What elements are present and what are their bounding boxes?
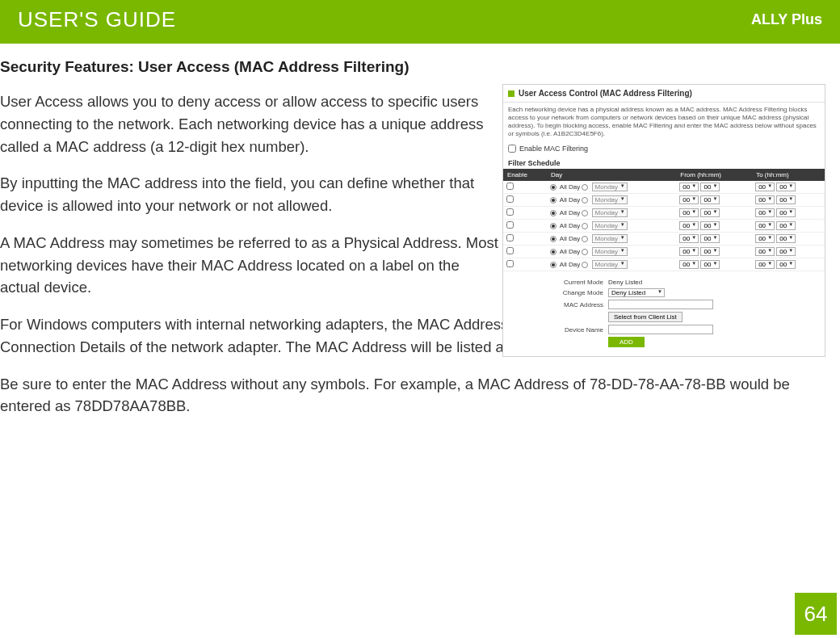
enable-mac-filtering-row: Enable MAC Filtering (503, 143, 825, 157)
select-from-client-list-button[interactable]: Select from Client List (608, 312, 682, 322)
to-mm-select[interactable]: 00 (776, 195, 796, 204)
col-to: To (hh:mm) (752, 169, 825, 181)
panel-marker-icon (508, 90, 514, 97)
weekday-select[interactable]: Monday (592, 260, 628, 269)
row-enable-checkbox[interactable] (506, 260, 514, 267)
from-mm-select[interactable]: 00 (700, 247, 720, 256)
device-name-label: Device Name (511, 326, 608, 334)
page-content: Security Features: User Access (MAC Addr… (0, 39, 840, 418)
row-enable-checkbox[interactable] (506, 208, 514, 216)
panel-title: User Access Control (MAC Address Filteri… (503, 85, 825, 103)
panel-description: Each networking device has a physical ad… (503, 103, 825, 143)
weekday-select[interactable]: Monday (592, 221, 628, 230)
to-hh-select[interactable]: 00 (755, 234, 775, 243)
col-from: From (hh:mm) (676, 169, 752, 181)
row-enable-checkbox[interactable] (506, 195, 514, 203)
table-row: All Day Monday00 0000 00 (503, 181, 825, 194)
to-mm-select[interactable]: 00 (776, 208, 796, 217)
change-mode-label: Change Mode (511, 289, 608, 296)
row-enable-checkbox[interactable] (506, 183, 514, 190)
mac-address-label: MAC Address (511, 301, 608, 309)
weekday-select[interactable]: Monday (592, 247, 628, 256)
all-day-radio[interactable] (550, 184, 556, 191)
all-day-radio[interactable] (550, 223, 556, 229)
all-day-radio[interactable] (550, 249, 556, 255)
table-row: All Day Monday00 0000 00 (503, 194, 825, 207)
from-hh-select[interactable]: 00 (679, 221, 699, 230)
row-enable-checkbox[interactable] (506, 221, 514, 229)
to-mm-select[interactable]: 00 (776, 221, 796, 230)
row-enable-checkbox[interactable] (506, 247, 514, 254)
to-mm-select[interactable]: 00 (776, 234, 796, 243)
to-hh-select[interactable]: 00 (755, 247, 775, 256)
to-mm-select[interactable]: 00 (776, 247, 796, 256)
add-button[interactable]: ADD (608, 337, 645, 347)
weekday-select[interactable]: Monday (592, 208, 628, 217)
from-hh-select[interactable]: 00 (679, 260, 699, 269)
from-mm-select[interactable]: 00 (700, 208, 720, 217)
weekday-select[interactable]: Monday (592, 183, 628, 191)
weekday-radio[interactable] (582, 223, 588, 229)
panel-title-text: User Access Control (MAC Address Filteri… (519, 89, 692, 98)
mac-form: Current Mode Deny Listed Change Mode Den… (503, 271, 825, 356)
from-mm-select[interactable]: 00 (700, 195, 720, 204)
enable-mac-filtering-label: Enable MAC Filtering (519, 145, 588, 153)
weekday-select[interactable]: Monday (592, 195, 628, 204)
all-day-radio[interactable] (550, 262, 556, 268)
weekday-radio[interactable] (582, 197, 588, 204)
to-hh-select[interactable]: 00 (755, 183, 775, 191)
to-mm-select[interactable]: 00 (776, 183, 796, 191)
from-mm-select[interactable]: 00 (700, 221, 720, 230)
weekday-radio[interactable] (582, 210, 588, 216)
table-row: All Day Monday00 0000 00 (503, 207, 825, 220)
weekday-radio[interactable] (582, 249, 588, 255)
from-mm-select[interactable]: 00 (700, 183, 720, 191)
all-day-radio[interactable] (550, 210, 556, 216)
header-title: USER'S GUIDE (18, 7, 176, 32)
page-number: 64 (795, 593, 837, 635)
all-day-radio[interactable] (550, 197, 556, 204)
to-hh-select[interactable]: 00 (755, 260, 775, 269)
table-row: All Day Monday00 0000 00 (503, 220, 825, 233)
to-hh-select[interactable]: 00 (755, 195, 775, 204)
device-name-input[interactable] (608, 325, 713, 334)
weekday-radio[interactable] (582, 236, 588, 242)
router-ui-screenshot: User Access Control (MAC Address Filteri… (502, 84, 825, 357)
from-hh-select[interactable]: 00 (679, 195, 699, 204)
table-row: All Day Monday00 0000 00 (503, 246, 825, 258)
to-mm-select[interactable]: 00 (776, 260, 796, 269)
from-mm-select[interactable]: 00 (700, 234, 720, 243)
from-hh-select[interactable]: 00 (679, 183, 699, 191)
enable-mac-filtering-checkbox[interactable] (508, 145, 516, 153)
current-mode-label: Current Mode (511, 279, 608, 286)
from-hh-select[interactable]: 00 (679, 234, 699, 243)
col-enable: Enable (503, 169, 547, 181)
from-hh-select[interactable]: 00 (679, 208, 699, 217)
change-mode-select[interactable]: Deny Listed (608, 288, 665, 297)
header-banner: USER'S GUIDE ALLY Plus (0, 0, 840, 39)
to-hh-select[interactable]: 00 (755, 208, 775, 217)
col-day: Day (547, 169, 676, 181)
filter-schedule-table: Enable Day From (hh:mm) To (hh:mm) All D… (503, 169, 825, 271)
mac-address-input[interactable] (608, 300, 713, 309)
paragraph-5: Be sure to enter the MAC Address without… (0, 373, 840, 418)
table-row: All Day Monday00 0000 00 (503, 233, 825, 246)
header-product: ALLY Plus (751, 11, 822, 28)
weekday-radio[interactable] (582, 262, 588, 268)
all-day-radio[interactable] (550, 236, 556, 242)
filter-schedule-heading: Filter Schedule (503, 157, 825, 169)
table-row: All Day Monday00 0000 00 (503, 258, 825, 271)
from-hh-select[interactable]: 00 (679, 247, 699, 256)
current-mode-value: Deny Listed (608, 279, 642, 286)
row-enable-checkbox[interactable] (506, 234, 514, 241)
from-mm-select[interactable]: 00 (700, 260, 720, 269)
weekday-select[interactable]: Monday (592, 234, 628, 243)
weekday-radio[interactable] (582, 184, 588, 191)
to-hh-select[interactable]: 00 (755, 221, 775, 230)
